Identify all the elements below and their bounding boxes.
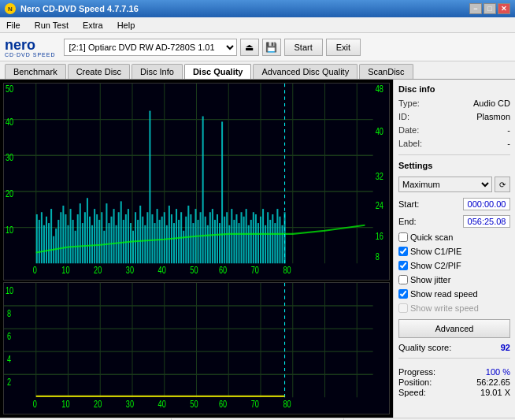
disc-info-title: Disc info [398,84,510,94]
svg-text:16: 16 [376,230,383,241]
quick-scan-label: Quick scan [410,232,453,242]
logo: nero CD·DVD SPEED [5,37,56,58]
svg-text:8: 8 [7,307,11,318]
svg-rect-99 [187,206,189,263]
id-value: Plasmon [476,112,510,121]
svg-text:0: 0 [33,398,37,409]
menu-help[interactable]: Help [114,19,139,32]
menu-run-test[interactable]: Run Test [31,19,72,32]
menu-extra[interactable]: Extra [80,19,106,32]
svg-rect-84 [151,214,153,263]
maximize-button[interactable]: □ [484,3,496,14]
menu-file[interactable]: File [3,19,24,32]
svg-rect-132 [267,212,269,263]
tab-disc-quality[interactable]: Disc Quality [184,64,252,79]
svg-rect-63 [101,212,102,263]
type-label: Type: [398,98,420,108]
svg-text:10: 10 [61,398,69,409]
settings-icon-button[interactable]: ⟳ [495,177,510,192]
svg-rect-90 [166,225,168,263]
svg-rect-114 [224,217,225,263]
svg-rect-38 [41,212,43,263]
tab-create-disc[interactable]: Create Disc [68,64,130,79]
svg-rect-85 [154,223,156,263]
svg-text:80: 80 [283,264,291,275]
svg-rect-69 [116,225,117,263]
tab-scan-disc[interactable]: ScanDisc [359,64,413,79]
svg-rect-40 [46,217,47,263]
show-write-speed-checkbox[interactable] [398,303,408,313]
type-value: Audio CD [473,98,510,108]
svg-text:10: 10 [6,224,13,235]
svg-rect-53 [77,214,79,263]
svg-text:4: 4 [7,354,11,365]
svg-rect-87 [159,220,161,263]
tab-disc-info[interactable]: Disc Info [132,64,183,79]
separator-1 [398,154,510,155]
minimize-button[interactable]: − [469,3,482,14]
show-c2pif-checkbox[interactable] [398,261,408,270]
start-time-label: Start: [398,199,419,209]
svg-text:20: 20 [94,264,102,275]
svg-rect-119 [235,214,237,263]
svg-rect-127 [255,214,257,263]
svg-rect-47 [62,206,64,263]
title-bar: N Nero CD-DVD Speed 4.7.7.16 − □ ✕ [0,0,515,17]
progress-section: Progress: 100 % Position: 56:22.65 Speed… [398,367,510,398]
svg-rect-133 [269,220,271,263]
svg-rect-45 [57,220,59,263]
svg-rect-122 [243,217,245,263]
svg-rect-107 [207,225,209,263]
svg-rect-95 [178,220,180,263]
stats-panel: Disc info Type: Audio CD ID: Plasmon Dat… [393,80,515,418]
svg-rect-46 [60,212,61,263]
svg-rect-70 [118,212,120,263]
svg-rect-106 [205,217,206,263]
eject-icon-btn[interactable]: ⏏ [240,39,259,56]
show-write-speed-label: Show write speed [410,303,479,313]
end-time-input[interactable] [463,215,510,228]
position-label: Position: [398,377,432,387]
svg-rect-76 [132,231,134,264]
svg-rect-59 [91,225,93,263]
quick-scan-checkbox[interactable] [398,232,408,242]
svg-rect-124 [248,225,250,263]
exit-button[interactable]: Exit [326,39,361,56]
disc-label-value: - [507,139,510,148]
svg-rect-123 [246,209,247,263]
svg-rect-115 [226,212,228,263]
svg-rect-55 [82,223,83,263]
svg-text:60: 60 [219,398,227,409]
logo-text: nero [5,37,35,54]
separator-2 [398,358,510,359]
svg-rect-73 [125,214,127,263]
svg-rect-128 [258,223,259,263]
svg-rect-62 [98,220,100,263]
svg-rect-104 [200,212,202,263]
svg-rect-61 [96,214,98,263]
drive-select[interactable]: [2:1] Optiarc DVD RW AD-7280S 1.01 [64,39,237,56]
svg-text:10: 10 [61,264,69,275]
show-c1pie-checkbox[interactable] [398,247,408,256]
svg-rect-125 [250,220,252,263]
speed-select[interactable]: Maximum [398,177,492,192]
svg-text:0: 0 [33,264,37,275]
svg-rect-98 [185,217,187,263]
save-icon-btn[interactable]: 💾 [262,39,281,56]
start-time-input[interactable] [463,198,510,210]
svg-rect-112 [219,223,220,263]
show-c1pie-label: Show C1/PIE [410,247,461,256]
show-jitter-checkbox[interactable] [398,275,408,284]
close-button[interactable]: ✕ [498,3,510,14]
show-read-speed-checkbox[interactable] [398,289,408,299]
disc-label-label: Label: [398,139,422,148]
tab-benchmark[interactable]: Benchmark [5,64,66,79]
start-button[interactable]: Start [284,39,323,56]
settings-title: Settings [398,161,510,170]
svg-rect-120 [238,223,239,263]
tab-advanced-disc-quality[interactable]: Advanced Disc Quality [253,64,358,79]
advanced-button[interactable]: Advanced [398,319,510,338]
app-icon: N [5,3,16,14]
svg-rect-57 [87,198,88,263]
svg-text:30: 30 [126,398,134,409]
